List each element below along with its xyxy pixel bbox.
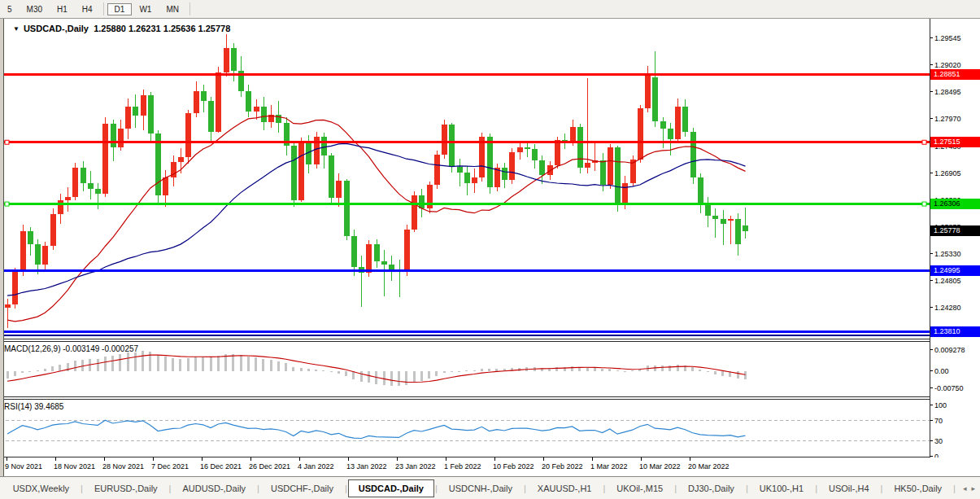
candle-body (5, 304, 11, 308)
timeframe-button-h1[interactable]: H1 (50, 3, 75, 15)
candle-body (111, 124, 116, 147)
candle-body (502, 168, 507, 181)
candle-body (434, 155, 440, 186)
macd-histogram-bar (398, 371, 400, 386)
candle-body (615, 147, 621, 205)
timeframe-button-d1[interactable]: D1 (107, 3, 133, 15)
timeframe-button-mn[interactable]: MN (159, 3, 186, 15)
candle-body (743, 225, 748, 230)
time-axis-tick (299, 457, 300, 461)
candle-body (163, 177, 168, 195)
candle-body (585, 163, 590, 168)
candle-body (442, 125, 447, 154)
macd-histogram-bar (601, 369, 603, 371)
macd-histogram-bar (277, 361, 280, 371)
macd-histogram-bar (7, 371, 9, 379)
axis-tick-label: 1.24280 (930, 304, 980, 313)
tab-uk100-h1[interactable]: UK100-,H1 (749, 480, 814, 497)
macd-histogram-bar (744, 371, 747, 379)
axis-tick-label: -0.00750 (930, 384, 980, 393)
macd-histogram-bar (443, 371, 446, 373)
price-badge: 1.25778 (930, 225, 980, 236)
price-badge: 1.27515 (930, 137, 980, 147)
candle-body (20, 231, 26, 273)
date-label: 26 Dec 2021 (249, 462, 290, 471)
panel-resize-separator[interactable] (0, 396, 980, 400)
macd-panel[interactable] (0, 342, 930, 397)
macd-histogram-bar (586, 367, 589, 371)
time-axis-tick (397, 457, 398, 461)
macd-histogram-bar (451, 371, 453, 372)
timeframe-button-m30[interactable]: M30 (20, 3, 50, 15)
tab-scroll-right-icon[interactable]: ▸ (971, 484, 980, 492)
candle-body (276, 115, 281, 124)
macd-histogram-bar (488, 369, 490, 371)
tab-hk50-daily[interactable]: HK50-,Daily (883, 480, 952, 497)
macd-histogram-bar (428, 371, 430, 379)
timeframe-button-h4[interactable]: H4 (75, 3, 100, 15)
candle-body (231, 48, 237, 71)
tab-usdcnh-daily[interactable]: USDCNH-,Daily (438, 480, 523, 497)
date-label: 7 Dec 2021 (151, 462, 189, 471)
candle-body (261, 107, 267, 122)
candle-body (185, 113, 191, 158)
axis-tick-label: 1.27970 (930, 115, 980, 124)
tab-ukoil-m15[interactable]: UKOil-,M15 (606, 480, 673, 497)
candle-body (509, 152, 515, 180)
rsi-value: 39.4685 (34, 402, 63, 411)
time-axis-tick (104, 457, 105, 461)
tab-scroll-left-icon[interactable]: ◂ (963, 484, 972, 492)
symbol-dropdown-icon[interactable]: ▼ (13, 25, 20, 33)
macd-histogram-bar (661, 365, 664, 371)
trading-platform-window: 5M30H1H4D1W1MN ▼USDCAD-,Daily 1.25880 1.… (0, 0, 980, 499)
rsi-line (7, 420, 745, 438)
candle-body (464, 173, 470, 183)
axis-tick-label: 1.26905 (930, 169, 980, 178)
tab-audusd-daily[interactable]: AUDUSD-,Daily (172, 480, 256, 497)
candle-body (652, 77, 658, 121)
tab-usdcad-daily[interactable]: USDCAD-,Daily (348, 479, 434, 497)
candle-body (570, 127, 576, 142)
macd-histogram-bar (104, 357, 107, 371)
panel-resize-separator[interactable] (0, 339, 980, 342)
candle-body (58, 200, 63, 215)
candle-body (645, 76, 651, 108)
macd-histogram-bar (458, 371, 460, 372)
macd-histogram-bar (202, 357, 204, 371)
time-axis-tick (153, 457, 154, 461)
candle-body (351, 236, 357, 267)
macd-histogram-bar (707, 371, 709, 372)
rsi-panel[interactable] (0, 400, 930, 457)
price-axis: 1.295451.290201.284951.279701.274301.269… (930, 19, 980, 457)
macd-histogram-bar (465, 370, 468, 371)
line-anchor-handle (5, 202, 9, 206)
macd-histogram-bar (157, 355, 159, 371)
macd-histogram-bar (217, 356, 220, 371)
tab-dj30-daily[interactable]: DJ30-,Daily (677, 480, 745, 497)
toolbar-separator (189, 2, 190, 15)
date-label: 4 Jan 2022 (298, 462, 334, 471)
macd-histogram-bar (81, 360, 84, 371)
candle-body (314, 137, 320, 164)
macd-histogram-bar (322, 370, 324, 371)
tab-usdx-weekly[interactable]: USDX,Weekly (2, 480, 80, 497)
axis-tick-label: 100 (930, 401, 980, 410)
tab-xauusd-h1[interactable]: XAUUSD-,H1 (527, 480, 603, 497)
axis-tick-label: 0.00 (930, 367, 980, 376)
time-axis-tick (250, 457, 251, 461)
timeframe-button-5[interactable]: 5 (0, 3, 20, 15)
macd-histogram-bar (119, 354, 121, 371)
tab-usoil-h4[interactable]: USOil-,H4 (818, 480, 880, 497)
tab-separator: | (952, 484, 956, 493)
timeframe-toolbar: 5M30H1H4D1W1MN (0, 0, 980, 19)
price-chart[interactable] (0, 19, 930, 339)
date-label: 23 Jan 2022 (395, 462, 436, 471)
macd-histogram-bar (74, 361, 76, 371)
time-axis-tick (494, 457, 495, 461)
line-anchor-handle (922, 140, 926, 144)
macd-histogram-bar (300, 368, 303, 371)
tab-eurusd-daily[interactable]: EURUSD-,Daily (84, 480, 168, 497)
candle-body (329, 155, 334, 198)
tab-usdchf-daily[interactable]: USDCHF-,Daily (260, 480, 344, 497)
timeframe-button-w1[interactable]: W1 (132, 3, 159, 15)
